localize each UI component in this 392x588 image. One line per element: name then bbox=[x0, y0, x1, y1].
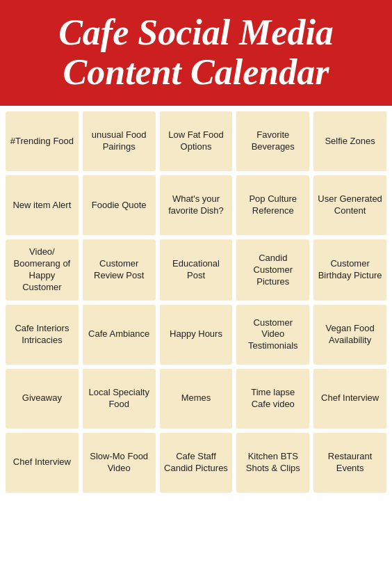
grid-cell: Kitchen BTS Shots & Clips bbox=[236, 433, 309, 493]
grid-cell: Educational Post bbox=[160, 239, 233, 301]
grid-cell: Customer Video Testimonials bbox=[236, 305, 309, 365]
page-container: Cafe Social MediaContent Calendar #Trend… bbox=[0, 0, 392, 498]
grid-cell: Chef Interview bbox=[6, 433, 79, 493]
grid-cell: Vegan Food Availability bbox=[313, 305, 386, 365]
grid-cell: #Trending Food bbox=[6, 111, 79, 171]
grid-cell: Memes bbox=[160, 369, 233, 429]
grid-cell: New item Alert bbox=[6, 175, 79, 235]
grid-cell: Candid Customer Pictures bbox=[236, 239, 309, 301]
grid-cell: Customer Review Post bbox=[83, 239, 156, 301]
grid-cell: Selfie Zones bbox=[313, 111, 386, 171]
grid-cell: Slow-Mo Food Video bbox=[83, 433, 156, 493]
grid-cell: Favorite Beverages bbox=[236, 111, 309, 171]
grid-cell: Cafe Ambiance bbox=[83, 305, 156, 365]
grid-cell: Cafe Interiors Intricacies bbox=[6, 305, 79, 365]
grid-cell: Chef Interview bbox=[313, 369, 386, 429]
grid-cell: Giveaway bbox=[6, 369, 79, 429]
header: Cafe Social MediaContent Calendar bbox=[0, 0, 392, 106]
grid-cell: Video/ Boomerang of Happy Customer bbox=[6, 239, 79, 301]
content-grid: #Trending Foodunusual Food PairingsLow F… bbox=[6, 111, 386, 493]
grid-cell: Time lapse Cafe video bbox=[236, 369, 309, 429]
grid-cell: Foodie Quote bbox=[83, 175, 156, 235]
grid-cell: User Generated Content bbox=[313, 175, 386, 235]
grid-cell: unusual Food Pairings bbox=[83, 111, 156, 171]
grid-cell: Pop Culture Reference bbox=[236, 175, 309, 235]
grid-cell: Happy Hours bbox=[160, 305, 233, 365]
grid-cell: What's your favorite Dish? bbox=[160, 175, 233, 235]
grid-cell: Low Fat Food Options bbox=[160, 111, 233, 171]
grid-cell: Restaurant Events bbox=[313, 433, 386, 493]
grid-cell: Customer Birthday Picture bbox=[313, 239, 386, 301]
page-title: Cafe Social MediaContent Calendar bbox=[14, 13, 378, 92]
grid-cell: Cafe Staff Candid Pictures bbox=[160, 433, 233, 493]
grid-container: #Trending Foodunusual Food PairingsLow F… bbox=[0, 106, 392, 498]
grid-cell: Local Specialty Food bbox=[83, 369, 156, 429]
